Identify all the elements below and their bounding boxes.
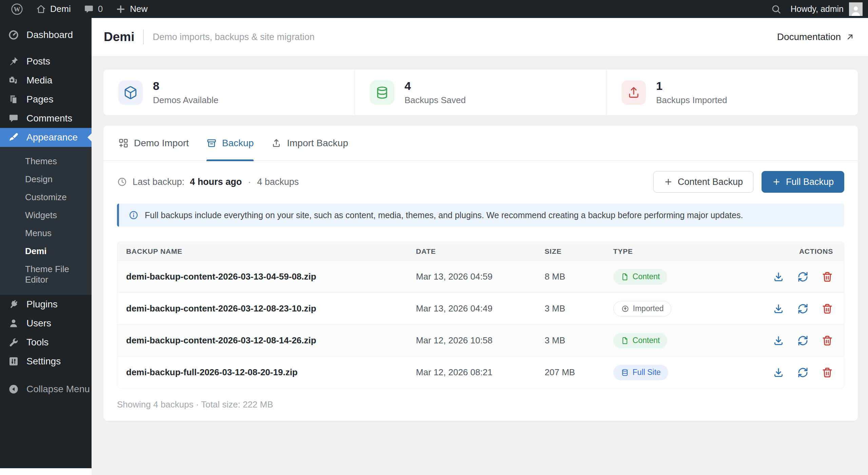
sidebar-item-label: Dashboard [26, 30, 73, 40]
delete-button[interactable] [822, 271, 833, 283]
stat-backups-saved: 4 Backups Saved [355, 70, 606, 115]
comment-bubble-icon [84, 4, 94, 14]
trash-icon [822, 335, 833, 346]
upload-tray-icon [271, 138, 281, 148]
submenu-item-design[interactable]: Design [0, 170, 92, 188]
type-badge-label: Full Site [633, 368, 661, 377]
database-small-icon [621, 368, 629, 377]
sidebar-item-label: Appearance [26, 132, 78, 143]
backup-name: demi-backup-full-2026-03-12-08-20-19.zip [126, 367, 416, 378]
sidebar-item-comments[interactable]: Comments [0, 109, 92, 128]
search-icon[interactable] [771, 4, 782, 15]
delete-button[interactable] [822, 367, 833, 378]
svg-text:W: W [14, 5, 20, 13]
sidebar-item-label: Comments [26, 113, 72, 124]
download-button[interactable] [773, 303, 784, 315]
stat-label: Demos Available [153, 95, 218, 106]
stats-card: 8 Demos Available 4 Backups Saved [103, 70, 858, 115]
backup-size: 207 MB [545, 367, 613, 378]
documentation-link[interactable]: Documentation [777, 32, 854, 42]
plus-icon [116, 4, 126, 14]
submenu-item-theme-file-editor[interactable]: Theme File Editor [0, 260, 92, 289]
full-backup-button[interactable]: Full Backup [762, 171, 844, 193]
submenu-item-demi[interactable]: Demi [0, 242, 92, 260]
comments-icon [7, 113, 20, 124]
col-size: SIZE [545, 247, 613, 255]
last-backup-info: Last backup: 4 hours ago · 4 backups [117, 177, 299, 187]
tab-label: Backup [222, 138, 254, 149]
download-button[interactable] [773, 335, 784, 346]
account-menu[interactable]: Howdy, admin [790, 2, 863, 16]
sidebar-item-collapse-menu[interactable]: Collapse Menu [0, 380, 92, 399]
cloud-upload-icon [621, 305, 629, 313]
new-menu[interactable]: New [111, 0, 152, 18]
sidebar-item-appearance[interactable]: Appearance [0, 128, 92, 147]
comments-menu[interactable]: 0 [79, 0, 107, 18]
type-badge-content: Content [613, 269, 668, 285]
page-title: Demi [104, 30, 134, 44]
settings-icon [7, 356, 20, 367]
stat-value: 1 [656, 79, 727, 93]
submenu-item-menus[interactable]: Menus [0, 224, 92, 242]
submenu-item-themes[interactable]: Themes [0, 152, 92, 170]
page-body: 8 Demos Available 4 Backups Saved [92, 56, 868, 421]
restore-icon [797, 367, 809, 378]
dashboard-icon [7, 29, 20, 41]
row-actions [726, 367, 833, 378]
sidebar-item-users[interactable]: Users [0, 314, 92, 333]
sidebar-item-label: Plugins [26, 299, 58, 310]
sidebar-item-label: Tools [26, 337, 48, 348]
sidebar-item-tools[interactable]: Tools [0, 333, 92, 352]
new-label: New [130, 4, 147, 14]
admin-bar-right: Howdy, admin [771, 2, 863, 16]
col-backup-name: BACKUP NAME [126, 247, 416, 255]
sidebar-item-label: Settings [26, 356, 61, 367]
howdy-label: Howdy, admin [790, 4, 844, 14]
sidebar-item-posts[interactable]: Posts [0, 52, 92, 71]
sidebar-item-dashboard[interactable]: Dashboard [0, 25, 92, 44]
stat-value: 4 [405, 79, 466, 93]
site-name-menu[interactable]: Demi [31, 0, 76, 18]
pages-icon [7, 94, 20, 105]
page-subtitle: Demo imports, backups & site migration [153, 32, 314, 42]
content-backup-label: Content Backup [678, 177, 743, 187]
tab-label: Demo Import [134, 138, 189, 149]
tab-import-backup[interactable]: Import Backup [271, 126, 348, 161]
table-row: demi-backup-content-2026-03-12-08-23-10.… [117, 292, 844, 324]
restore-button[interactable] [797, 367, 809, 378]
sidebar-item-label: Pages [26, 94, 53, 105]
trash-icon [822, 303, 833, 315]
backup-size: 3 MB [545, 303, 613, 314]
sidebar-item-pages[interactable]: Pages [0, 90, 92, 109]
sidebar-item-label: Media [26, 75, 52, 86]
file-icon [621, 273, 629, 281]
avatar [849, 2, 863, 16]
download-button[interactable] [773, 271, 784, 283]
content-backup-button[interactable]: Content Backup [653, 171, 753, 193]
backup-date: Mar 13, 2026 04:59 [416, 271, 545, 282]
backup-size: 3 MB [545, 335, 613, 346]
sidebar-item-media[interactable]: Media [0, 71, 92, 90]
info-banner: Full backups include everything on your … [117, 204, 844, 227]
delete-button[interactable] [822, 335, 833, 346]
tab-demo-import[interactable]: Demo Import [118, 126, 189, 161]
tab-backup[interactable]: Backup [206, 126, 254, 161]
wordpress-logo-menu[interactable]: W [6, 0, 28, 18]
restore-button[interactable] [797, 335, 809, 346]
separator-dot: · [247, 177, 252, 187]
comment-count: 0 [98, 4, 103, 14]
download-button[interactable] [773, 367, 784, 378]
restore-button[interactable] [797, 271, 809, 283]
grid-plus-icon [118, 138, 129, 148]
delete-button[interactable] [822, 303, 833, 315]
sidebar-item-settings[interactable]: Settings [0, 352, 92, 371]
title-divider [143, 30, 144, 44]
submenu-item-widgets[interactable]: Widgets [0, 206, 92, 224]
home-icon [36, 4, 46, 14]
submenu-item-customize[interactable]: Customize [0, 188, 92, 206]
sidebar-item-label: Collapse Menu [26, 384, 90, 395]
type-badge-label: Imported [633, 304, 664, 313]
sidebar-item-label: Posts [26, 56, 50, 67]
sidebar-item-plugins[interactable]: Plugins [0, 295, 92, 314]
restore-button[interactable] [797, 303, 809, 315]
